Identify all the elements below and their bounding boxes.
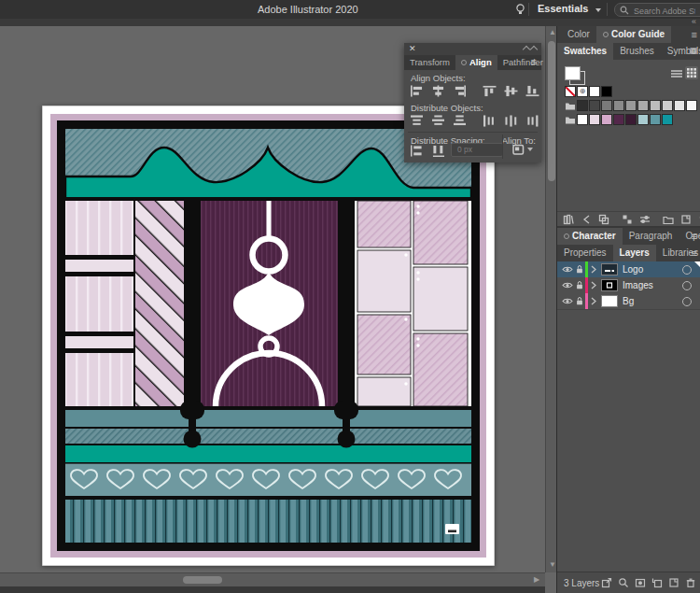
tab-properties[interactable]: Properties <box>557 245 613 261</box>
spacing-value-dropdown[interactable]: 0 px <box>451 143 503 157</box>
lightbulb-icon[interactable] <box>514 3 526 16</box>
scroll-right-arrow[interactable]: ▶ <box>534 576 539 584</box>
layer-thumbnail[interactable] <box>601 295 618 307</box>
align-panel[interactable]: ✕ Transform Align Pathfinder ≡ Align Obj… <box>404 43 541 162</box>
swatch-link-icon[interactable] <box>598 214 609 225</box>
vertical-distribute-center-icon[interactable] <box>430 113 445 128</box>
vertical-align-center-icon[interactable] <box>503 83 518 98</box>
swatch-registration[interactable]: ⊕ <box>577 86 588 97</box>
panel-grid-icon[interactable]: ▦ <box>689 46 697 55</box>
close-icon[interactable]: ✕ <box>409 44 416 53</box>
align-panel-titlebar[interactable]: ✕ <box>404 43 541 56</box>
locate-object-icon[interactable] <box>618 577 629 588</box>
disclosure-chevron-icon[interactable] <box>590 277 597 293</box>
layer-row-logo[interactable]: Logo <box>557 261 700 278</box>
new-swatch-icon[interactable] <box>680 214 692 225</box>
list-view-icon[interactable] <box>671 69 682 78</box>
vertical-distribute-space-icon[interactable] <box>409 143 424 158</box>
layer-row-images[interactable]: Images <box>557 277 700 294</box>
panel-menu-icon[interactable]: ≡ <box>692 231 697 242</box>
layer-target-icon[interactable] <box>682 265 692 275</box>
horizontal-align-left-icon[interactable] <box>409 83 424 98</box>
vertical-distribute-top-icon[interactable] <box>409 113 424 128</box>
scroll-down-arrow[interactable]: ▼ <box>549 561 556 569</box>
horizontal-distribute-right-icon[interactable] <box>525 113 539 128</box>
swatch[interactable] <box>650 100 661 111</box>
vertical-align-top-icon[interactable] <box>482 83 497 98</box>
disclosure-chevron-icon[interactable] <box>590 293 597 309</box>
horizontal-distribute-center-icon[interactable] <box>503 113 518 128</box>
swatch[interactable] <box>650 114 661 125</box>
swatch[interactable] <box>662 100 673 111</box>
swatch[interactable] <box>686 100 697 111</box>
collapse-dock-chevrons[interactable]: « <box>692 17 696 26</box>
swatch[interactable] <box>577 100 588 111</box>
swatch[interactable] <box>637 100 649 111</box>
artboard-artwork[interactable] <box>42 106 495 566</box>
layer-target-icon[interactable] <box>682 297 692 306</box>
swatch-none[interactable] <box>565 86 576 97</box>
panel-menu-icon[interactable]: ≡ <box>692 29 697 40</box>
fill-proxy[interactable] <box>565 66 581 80</box>
new-sublayer-icon[interactable] <box>651 577 663 588</box>
tab-pathfinder[interactable]: Pathfinder <box>497 55 549 70</box>
lock-icon[interactable] <box>574 261 585 277</box>
swatch[interactable] <box>601 100 612 111</box>
align-to-button[interactable] <box>511 143 533 156</box>
swatch[interactable] <box>625 114 637 125</box>
layer-thumbnail[interactable] <box>601 279 618 291</box>
swatch-options-icon[interactable] <box>639 214 651 225</box>
horizontal-scrollbar[interactable]: ▶ <box>0 572 545 587</box>
swatch[interactable] <box>674 100 685 111</box>
grid-view-icon[interactable] <box>685 66 698 79</box>
workspace-switcher[interactable]: Essentials <box>538 3 601 14</box>
tab-color-guide[interactable]: Color Guide <box>596 26 671 43</box>
vertical-distribute-bottom-icon[interactable] <box>452 113 467 128</box>
horizontal-distribute-space-icon[interactable] <box>430 143 445 158</box>
swatch-row-special[interactable]: ⊕ <box>565 86 612 97</box>
swatch[interactable] <box>637 114 649 125</box>
layer-row-bg[interactable]: Bg <box>557 293 700 310</box>
swatch-kinds-icon[interactable] <box>622 214 633 225</box>
swatch-white[interactable] <box>589 86 600 97</box>
tab-brushes[interactable]: Brushes <box>613 43 661 60</box>
visibility-eye-icon[interactable] <box>561 293 574 309</box>
delete-layer-icon[interactable] <box>685 577 696 588</box>
lock-icon[interactable] <box>574 293 585 309</box>
swatch-libraries-icon[interactable] <box>563 214 574 225</box>
layer-thumbnail[interactable] <box>601 263 618 275</box>
swatch-themes-icon[interactable] <box>581 214 592 225</box>
artboard[interactable] <box>42 106 495 566</box>
swatch-row-grays[interactable] <box>565 100 697 111</box>
visibility-eye-icon[interactable] <box>561 261 574 277</box>
lock-icon[interactable] <box>574 277 585 293</box>
scroll-up-arrow[interactable]: ▲ <box>549 29 556 36</box>
new-color-group-icon[interactable] <box>663 214 674 225</box>
panel-menu-icon[interactable]: ≡ <box>692 247 697 259</box>
tab-align[interactable]: Align <box>455 55 497 70</box>
swatch[interactable] <box>613 114 624 125</box>
layer-name[interactable]: Images <box>623 280 653 290</box>
tab-swatches[interactable]: Swatches <box>557 43 613 60</box>
horizontal-distribute-left-icon[interactable] <box>482 113 497 128</box>
layer-name[interactable]: Bg <box>623 296 634 306</box>
tab-paragraph[interactable]: Paragraph <box>623 228 679 245</box>
search-input[interactable] <box>632 4 697 18</box>
layer-target-icon[interactable] <box>682 281 692 290</box>
collapse-panel-icon[interactable] <box>524 47 537 52</box>
swatch[interactable] <box>625 100 637 111</box>
disclosure-chevron-icon[interactable] <box>590 261 597 277</box>
vertical-align-bottom-icon[interactable] <box>525 83 539 98</box>
panel-menu-icon[interactable]: ≡ <box>531 56 537 67</box>
horizontal-align-right-icon[interactable] <box>452 83 467 98</box>
swatch[interactable] <box>662 114 673 125</box>
swatch-row-theme[interactable] <box>565 114 673 125</box>
tab-character[interactable]: Character <box>557 228 623 245</box>
new-layer-icon[interactable] <box>668 577 679 588</box>
collect-for-export-icon[interactable] <box>601 577 612 588</box>
make-clipping-mask-icon[interactable] <box>635 577 646 588</box>
swatch[interactable] <box>601 114 612 125</box>
swatch[interactable] <box>613 100 624 111</box>
swatch[interactable] <box>577 114 588 125</box>
horizontal-scroll-thumb[interactable] <box>183 576 222 584</box>
